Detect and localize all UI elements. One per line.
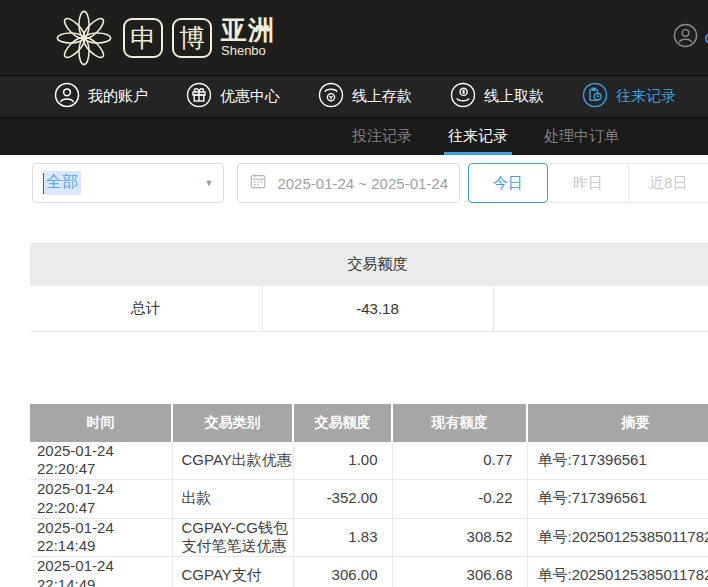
nav-label: 我的账户 — [88, 87, 148, 106]
col-header-time: 时间 — [30, 404, 172, 442]
cell-note: 单号:717396561 — [527, 442, 708, 480]
cell-type: CGPAY-CG钱包支付笔笔送优惠 — [172, 518, 293, 557]
filter-row: 全部 ▼ 2025-01-24 ~ 2025-01-24 今日 昨日 近8日 — [32, 163, 708, 203]
gift-icon — [186, 82, 212, 111]
cell-amount: 306.00 — [293, 557, 392, 587]
nav-label: 线上取款 — [484, 87, 544, 106]
summary-table: 交易额度 总计 -43.18 — [30, 243, 708, 332]
table-row: 2025-01-24 22:14:49 CGPAY支付 306.00 306.6… — [30, 557, 708, 587]
nav-item-deposit[interactable]: 线上存款 — [318, 82, 412, 111]
summary-total-row: 总计 -43.18 — [30, 286, 708, 331]
summary-header-row: 交易额度 — [30, 243, 708, 286]
yesterday-button[interactable]: 昨日 — [548, 163, 628, 203]
cell-note: 单号:202501253850117820 — [527, 557, 708, 587]
records-table: 时间 交易类别 交易额度 现有额度 摘要 2025-01-24 22:20:47… — [30, 404, 708, 587]
date-range-value: 2025-01-24 ~ 2025-01-24 — [277, 175, 448, 192]
cell-type: CGPAY支付 — [172, 557, 293, 587]
withdraw-icon — [450, 82, 476, 111]
table-row: 2025-01-24 22:14:49 CGPAY-CG钱包支付笔笔送优惠 1.… — [30, 518, 708, 557]
cell-time: 2025-01-24 22:14:49 — [30, 518, 172, 557]
nav-label: 线上存款 — [352, 87, 412, 106]
tab-transaction-records[interactable]: 往来记录 — [448, 118, 508, 155]
cell-amount: -352.00 — [293, 480, 392, 519]
table-row: 2025-01-24 22:20:47 CGPAY出款优惠 1.00 0.77 … — [30, 442, 708, 480]
user-icon — [54, 82, 80, 111]
summary-header-empty — [30, 243, 262, 286]
col-header-note: 摘要 — [527, 404, 708, 442]
cell-amount: 1.00 — [293, 442, 392, 480]
logo-region: 亚洲 Shenbo — [221, 17, 275, 58]
cell-balance: -0.22 — [392, 480, 527, 519]
records-header-row: 时间 交易类别 交易额度 现有额度 摘要 — [30, 404, 708, 442]
cell-balance: 306.68 — [392, 557, 527, 587]
cell-note: 单号:202501253850117820 — [527, 518, 708, 557]
sub-nav: 投注记录 往来记录 处理中订单 — [0, 117, 708, 155]
today-button[interactable]: 今日 — [468, 163, 548, 203]
cell-amount: 1.83 — [293, 518, 392, 557]
tab-pending-orders[interactable]: 处理中订单 — [544, 118, 619, 155]
table-row: 2025-01-24 22:20:47 出款 -352.00 -0.22 单号:… — [30, 480, 708, 519]
col-header-balance: 现有额度 — [392, 404, 527, 442]
nav-item-withdraw[interactable]: 线上取款 — [450, 82, 544, 111]
cell-time: 2025-01-24 22:14:49 — [30, 557, 172, 587]
cell-balance: 0.77 — [392, 442, 527, 480]
last-8-days-button[interactable]: 近8日 — [628, 163, 708, 203]
nav-item-my-account[interactable]: 我的账户 — [54, 82, 148, 111]
account-chip[interactable]: q — [673, 23, 708, 52]
quick-range-buttons: 今日 昨日 近8日 — [468, 163, 708, 203]
deposit-icon — [318, 82, 344, 111]
records-icon — [582, 82, 608, 111]
flower-logo-icon — [54, 8, 114, 68]
cell-type: 出款 — [172, 480, 293, 519]
brand-logo[interactable]: 申 博 亚洲 Shenbo — [54, 8, 275, 68]
cell-balance: 308.52 — [392, 518, 527, 557]
cell-note: 单号:717396561 — [527, 480, 708, 519]
summary-empty-cell — [493, 286, 708, 331]
cell-time: 2025-01-24 22:20:47 — [30, 480, 172, 519]
app-window: 申 博 亚洲 Shenbo q — [0, 0, 708, 587]
logo-char-shen: 申 — [123, 18, 163, 58]
summary-total-value: -43.18 — [262, 286, 493, 331]
summary-header-empty — [493, 243, 708, 286]
logo-subtitle: Shenbo — [221, 44, 275, 58]
nav-label: 往来记录 — [616, 87, 676, 106]
tab-label: 往来记录 — [448, 127, 508, 146]
username-text: q — [705, 28, 708, 48]
transaction-type-select[interactable]: 全部 ▼ — [32, 163, 224, 203]
cell-time: 2025-01-24 22:20:47 — [30, 442, 172, 480]
col-header-amount: 交易额度 — [293, 404, 392, 442]
logo-char-bo: 博 — [172, 18, 212, 58]
calendar-icon — [249, 172, 267, 194]
tab-betting-records[interactable]: 投注记录 — [352, 118, 412, 155]
top-header: 申 博 亚洲 Shenbo q — [0, 0, 708, 75]
tab-label: 投注记录 — [352, 127, 412, 146]
main-nav: 我的账户 优惠中心 线上存款 — [0, 75, 708, 117]
col-header-type: 交易类别 — [172, 404, 293, 442]
date-range-picker[interactable]: 2025-01-24 ~ 2025-01-24 — [237, 163, 460, 203]
cell-type: CGPAY出款优惠 — [172, 442, 293, 480]
nav-item-promotions[interactable]: 优惠中心 — [186, 82, 280, 111]
summary-amount-header: 交易额度 — [262, 243, 493, 286]
logo-region-text: 亚洲 — [221, 17, 275, 44]
nav-label: 优惠中心 — [220, 87, 280, 106]
selected-type-value: 全部 — [44, 171, 81, 195]
nav-item-transactions[interactable]: 往来记录 — [582, 82, 676, 111]
summary-total-label: 总计 — [30, 286, 262, 331]
tab-label: 处理中订单 — [544, 127, 619, 146]
chevron-down-icon: ▼ — [205, 178, 214, 188]
user-avatar-icon — [673, 23, 698, 52]
